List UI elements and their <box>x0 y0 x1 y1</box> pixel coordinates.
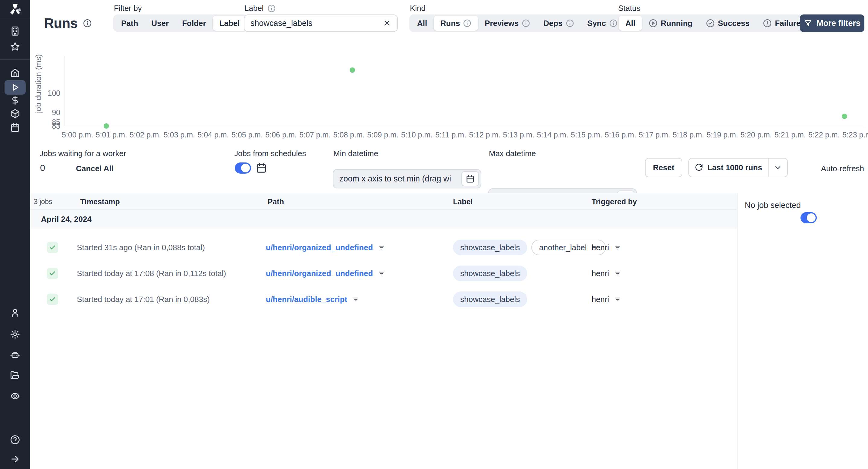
run-label-badge[interactable]: showcase_labels <box>453 265 527 281</box>
sidebar-item-workspace[interactable] <box>0 26 30 36</box>
col-label: Label <box>453 193 472 210</box>
filter-icon[interactable] <box>614 244 621 251</box>
x-tick-label: 5:00 p.m. <box>62 130 93 139</box>
info-icon[interactable] <box>609 19 618 27</box>
filter-by-label-option[interactable]: Label <box>213 16 247 31</box>
x-tick-label: 5:08 p.m. <box>333 130 365 139</box>
filter-icon[interactable] <box>352 296 360 303</box>
sidebar-item-help[interactable] <box>0 435 30 445</box>
calendar-icon[interactable] <box>255 162 267 174</box>
table-row[interactable]: Started today at 17:08 (Ran in 0,112s to… <box>30 260 737 286</box>
path-filter-button[interactable] <box>378 270 385 277</box>
x-tick-label: 5:19 p.m. <box>707 130 738 139</box>
chevron-down-icon <box>774 163 782 172</box>
run-labels: showcase_labels <box>453 286 531 312</box>
kind-all[interactable]: All <box>410 16 434 31</box>
run-path-link[interactable]: u/henri/organized_undefined <box>266 243 373 252</box>
success-status-badge <box>47 293 58 305</box>
y-tick-label: 90 <box>52 108 60 117</box>
info-icon[interactable] <box>267 4 276 13</box>
sidebar-item-runs[interactable] <box>4 80 26 95</box>
x-tick-label: 5:05 p.m. <box>231 130 263 139</box>
sidebar-item-favorites[interactable] <box>0 41 30 52</box>
table-row[interactable]: Started 31s ago (Ran in 0,088s total) u/… <box>30 234 737 260</box>
schedules-toggle[interactable] <box>235 162 251 174</box>
x-tick-label: 5:09 p.m. <box>367 130 398 139</box>
date-group-row[interactable]: April 24, 2024 <box>30 210 737 229</box>
check-circle-icon <box>706 19 715 28</box>
funnel-icon <box>804 19 812 27</box>
filter-icon[interactable] <box>378 270 385 277</box>
run-path-link[interactable]: u/henri/audible_script <box>266 295 347 304</box>
run-label-badge[interactable]: showcase_labels <box>453 291 527 307</box>
runs-range-dropdown-button[interactable] <box>769 159 787 177</box>
info-icon[interactable] <box>522 19 530 27</box>
max-datetime-label: Max datetime <box>489 149 536 158</box>
label-search-input[interactable]: showcase_labels <box>244 14 398 32</box>
filter-icon[interactable] <box>614 296 621 303</box>
sidebar-item-workers[interactable] <box>0 350 30 360</box>
jobs-count: 3 jobs <box>34 193 52 210</box>
sidebar-item-expand[interactable] <box>0 454 30 464</box>
triggered-by-filter-button[interactable] <box>614 244 621 251</box>
x-tick-label: 5:21 p.m. <box>775 130 806 139</box>
windmill-logo <box>8 2 22 16</box>
path-filter-button[interactable] <box>378 244 385 251</box>
min-datetime-input[interactable]: zoom x axis to set min (drag wi <box>333 169 481 188</box>
run-path-link[interactable]: u/henri/organized_undefined <box>266 269 373 278</box>
min-datetime-calendar-button[interactable] <box>461 171 479 186</box>
help-circle-icon <box>10 435 20 445</box>
sidebar-item-audit[interactable] <box>0 391 30 401</box>
info-icon[interactable] <box>566 19 574 27</box>
data-point[interactable] <box>350 67 355 73</box>
run-timestamp: Started 31s ago (Ran in 0,088s total) <box>77 234 205 260</box>
sidebar-item-billing[interactable] <box>0 95 30 105</box>
status-running[interactable]: Running <box>642 16 699 31</box>
play-icon <box>10 82 20 93</box>
triggered-by-filter-button[interactable] <box>614 296 621 303</box>
duration-chart[interactable]: job duration (ms) 100908583 5:00 p.m.5:0… <box>30 45 868 145</box>
sidebar-item-schedules[interactable] <box>0 122 30 133</box>
dollar-icon <box>10 95 20 105</box>
data-point[interactable] <box>104 123 109 129</box>
col-path: Path <box>268 193 284 210</box>
sidebar-item-resources[interactable] <box>0 108 30 119</box>
status-all[interactable]: All <box>619 16 642 31</box>
label-search-value: showcase_labels <box>250 19 383 28</box>
kind-previews[interactable]: Previews <box>478 16 537 31</box>
x-tick-label: 5:15 p.m. <box>571 130 602 139</box>
info-icon[interactable] <box>83 19 92 28</box>
reset-button[interactable]: Reset <box>645 158 682 177</box>
x-tick-label: 5:07 p.m. <box>299 130 331 139</box>
y-tick-label: 83 <box>52 122 60 130</box>
table-row[interactable]: Started today at 17:01 (Ran in 0,083s) u… <box>30 286 737 312</box>
sidebar-item-home[interactable] <box>0 67 30 78</box>
filter-by-path[interactable]: Path <box>115 16 145 31</box>
close-icon[interactable] <box>383 19 391 27</box>
status-success[interactable]: Success <box>699 16 756 31</box>
kind-deps[interactable]: Deps <box>537 16 581 31</box>
windmill-logo-icon[interactable] <box>0 2 30 16</box>
cancel-all-button[interactable]: Cancel All <box>76 164 114 173</box>
building-icon <box>10 26 20 36</box>
success-status-badge <box>47 242 58 253</box>
chart-axes <box>65 56 864 126</box>
user-icon <box>10 308 20 318</box>
triggered-by-filter-button[interactable] <box>614 270 621 277</box>
sidebar-item-settings[interactable] <box>0 329 30 339</box>
sidebar-item-folders[interactable] <box>0 370 30 380</box>
sidebar-item-users[interactable] <box>0 308 30 318</box>
filter-icon[interactable] <box>614 270 621 277</box>
data-points <box>104 67 847 129</box>
kind-runs[interactable]: Runs <box>434 16 478 31</box>
more-filters-button[interactable]: More filters <box>800 14 864 32</box>
filter-by-user[interactable]: User <box>145 16 176 31</box>
path-filter-button[interactable] <box>352 296 360 303</box>
info-icon[interactable] <box>463 19 471 27</box>
data-point[interactable] <box>842 114 847 119</box>
filter-by-folder[interactable]: Folder <box>176 16 213 31</box>
page-title: Runs <box>44 15 78 31</box>
run-label-badge[interactable]: showcase_labels <box>453 240 527 255</box>
filter-icon[interactable] <box>378 244 385 251</box>
runs-range-button[interactable]: Last 1000 runs <box>689 159 768 177</box>
